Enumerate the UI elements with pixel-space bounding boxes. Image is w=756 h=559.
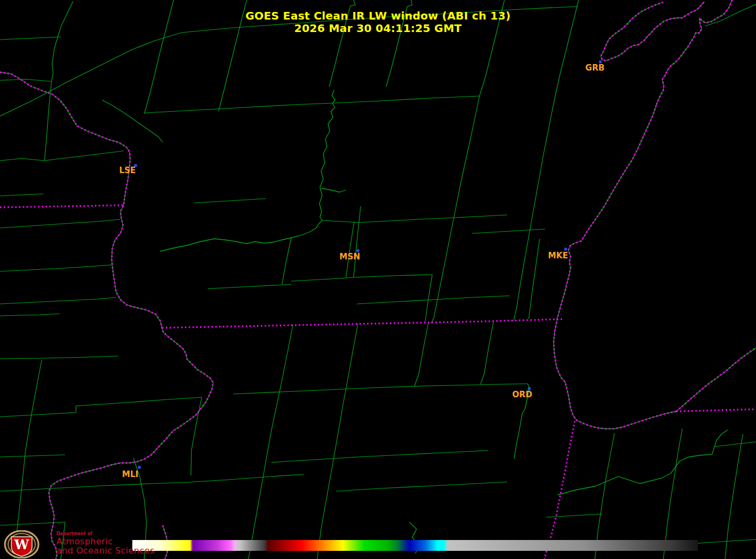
state-border-dotted-line [162, 319, 562, 328]
map-canvas [0, 0, 756, 559]
county-boundary-line [546, 514, 602, 517]
county-boundary-line [419, 215, 507, 219]
state-border-dotted-line [676, 348, 756, 411]
county-boundary-line [0, 297, 116, 304]
county-boundary-line [208, 284, 291, 289]
shoreline-line [0, 72, 213, 559]
county-boundary-line [414, 322, 428, 386]
county-boundary-line [0, 158, 44, 161]
county-boundary-line [282, 238, 291, 284]
county-boundary-line [346, 221, 354, 277]
county-boundary-line [0, 455, 65, 457]
svg-text:W: W [14, 537, 30, 552]
county-boundary-line [472, 229, 545, 233]
county-boundary-line [0, 194, 43, 196]
city-label-mke: MKE [548, 251, 568, 261]
river-line [558, 430, 728, 495]
city-label-ord: ORD [512, 390, 533, 399]
county-boundary-line [0, 79, 52, 81]
county-boundary-line [332, 96, 479, 103]
county-boundary-line [191, 397, 202, 475]
county-boundary-line [0, 522, 65, 525]
credit-block: Department of Atmospheric and Oceanic Sc… [56, 532, 155, 556]
county-boundary-line [317, 323, 358, 559]
credit-line-2: and Oceanic Sciences [56, 547, 155, 556]
county-boundary-line [184, 474, 304, 482]
city-label-lse: LSE [119, 166, 136, 175]
state-border-dotted-line [554, 105, 676, 429]
county-boundary-line [44, 151, 124, 161]
county-boundary-line [0, 41, 155, 116]
city-label-msn: MSN [339, 252, 360, 262]
county-boundary-line [102, 100, 163, 142]
county-boundary-line [194, 199, 266, 203]
county-boundary-line [0, 265, 112, 271]
county-boundary-line [0, 37, 61, 40]
county-boundary-line [291, 277, 354, 281]
uw-crest-logo: W [4, 530, 42, 558]
county-boundary-line [0, 397, 202, 417]
county-boundary-line [0, 219, 120, 228]
river-line [322, 188, 346, 192]
county-boundary-line [431, 96, 479, 323]
county-boundary-line [480, 321, 494, 384]
satellite-map-stage: GOES East Clean IR LW window (ABI ch 13)… [0, 0, 756, 559]
colorbar [132, 540, 698, 551]
city-label-mli: MLI [122, 469, 138, 479]
city-label-grb: GRB [585, 63, 604, 73]
county-boundary-line [233, 384, 528, 394]
title-line-2: 2026 Mar 30 04:11:25 GMT [0, 22, 756, 35]
state-border-dotted-line [0, 205, 124, 207]
county-boundary-line [0, 356, 118, 359]
county-boundary-line [322, 219, 419, 223]
county-boundary-line [336, 482, 507, 491]
county-boundary-line [0, 482, 184, 491]
image-title: GOES East Clean IR LW window (ABI ch 13)… [0, 10, 756, 35]
county-boundary-line [425, 275, 432, 321]
county-boundary-line [357, 296, 510, 304]
county-boundary-line [271, 450, 488, 462]
county-boundary-line [663, 429, 682, 559]
county-boundary-line [145, 103, 332, 113]
state-border-dotted-line [0, 72, 213, 559]
title-line-1: GOES East Clean IR LW window (ABI ch 13) [0, 10, 756, 22]
county-boundary-line [354, 206, 361, 277]
city-dot-mke [565, 248, 567, 251]
credit-dept-label: Department of [56, 532, 155, 536]
state-border-dotted-line [676, 409, 756, 411]
county-boundary-line [714, 442, 756, 447]
county-boundary-line [529, 239, 540, 319]
county-boundary-line [248, 325, 293, 559]
county-boundary-line [25, 360, 42, 450]
river-line [160, 90, 335, 251]
state-border-dotted-line [544, 421, 575, 559]
shoreline-line [554, 105, 676, 429]
county-boundary-line [354, 275, 432, 277]
county-boundary-line [0, 314, 60, 316]
county-boundary-line [514, 73, 560, 321]
city-dot-mli [138, 466, 141, 469]
